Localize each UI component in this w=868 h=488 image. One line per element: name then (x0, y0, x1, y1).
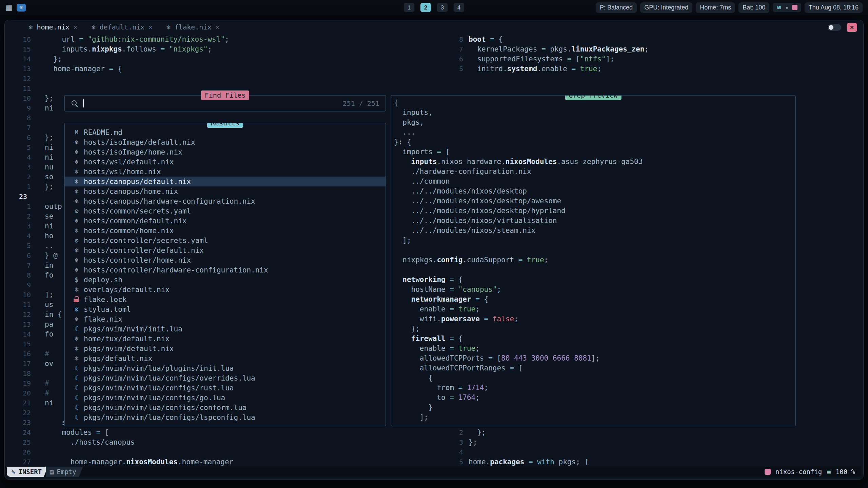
result-row[interactable]: ☾pkgs/nvim/nvim/lua/plugins/init.lua (65, 363, 386, 373)
mode-segment: ✎ INSERT (7, 467, 48, 477)
topbar-left-group: ▦ ❄ (5, 4, 26, 12)
result-row[interactable]: ☾pkgs/nvim/nvim/lua/configs/overrides.lu… (65, 373, 386, 383)
result-row[interactable]: ❄flake.nix (65, 314, 386, 324)
app-launcher-icon[interactable]: ▦ (5, 4, 13, 11)
nix-file-icon: ❄ (72, 316, 81, 322)
result-row[interactable]: ⚙stylua.toml (65, 304, 386, 314)
clock[interactable]: Thu Aug 08, 18:16 (805, 2, 863, 13)
code-line: 12 (5, 74, 439, 83)
result-row[interactable]: $deploy.sh (65, 275, 386, 285)
result-row[interactable]: ⚙hosts/controller/secrets.yaml (65, 236, 386, 245)
result-row[interactable]: ❄hosts/canopus/home.nix (65, 186, 386, 196)
line-number: 27 (5, 458, 31, 466)
result-row[interactable]: ❄home/tux/default.nix (65, 334, 386, 344)
code-text: } (394, 403, 433, 411)
result-row[interactable]: ❄pkgs/default.nix (65, 353, 386, 363)
line-number: 13 (5, 320, 31, 328)
result-row[interactable]: ❄hosts/canopus/hardware-configuration.ni… (65, 196, 386, 206)
code-text: ov (31, 360, 53, 368)
result-row[interactable]: ☾pkgs/nvim/nvim/lua/configs/conform.lua (65, 403, 386, 412)
result-row[interactable]: ❄hosts/wsl/default.nix (65, 157, 386, 167)
code-text: }; (463, 438, 477, 446)
result-row[interactable]: ❄overlays/default.nix (65, 285, 386, 294)
line-number: 2 (5, 212, 31, 220)
line-number: 1 (5, 183, 31, 191)
nix-file-icon: ❄ (72, 336, 81, 342)
result-row[interactable]: ❄hosts/wsl/home.nix (65, 167, 386, 177)
code-text: ... (394, 128, 415, 136)
lua-file-icon: ☾ (72, 326, 81, 332)
workspace-button-3[interactable]: 3 (437, 3, 448, 12)
screenshot-icon[interactable] (792, 5, 797, 10)
nix-file-icon: ❄ (72, 267, 81, 273)
status-chip[interactable]: Home: 7ms (696, 2, 735, 13)
tab-flake.nix[interactable]: ❄flake.nix× (160, 20, 226, 34)
repo-icon (765, 469, 771, 475)
result-row[interactable]: ❄hosts/isoImage/home.nix (65, 147, 386, 157)
workspace-button-4[interactable]: 4 (454, 3, 464, 12)
lua-file-icon: ☾ (72, 385, 81, 391)
result-row[interactable]: ❄hosts/controller/hardware-configuration… (65, 265, 386, 275)
notification-dot-icon[interactable]: ● (785, 5, 788, 10)
nix-file-icon: ❄ (29, 23, 33, 31)
line-number: 23 (5, 192, 31, 201)
result-row[interactable]: ❄hosts/common/home.nix (65, 226, 386, 236)
result-label: hosts/common/default.nix (84, 217, 186, 225)
result-label: hosts/common/home.nix (84, 227, 174, 235)
code-text: home-manager = { (31, 65, 122, 73)
code-text: outp (31, 202, 62, 210)
nix-file-icon: ❄ (72, 286, 81, 293)
result-count: 251 / 251 (343, 99, 379, 107)
code-line: ../../modules/nixos/desktop/hyprland (394, 206, 795, 216)
status-chip[interactable]: Bat: 100 (738, 2, 769, 13)
status-chip[interactable]: P: Balanced (596, 2, 637, 13)
result-row[interactable]: ❄hosts/canopus/default.nix (65, 177, 386, 186)
file-segment: ▤ Empty (46, 467, 83, 477)
lua-file-icon: ☾ (72, 414, 81, 421)
nix-file-icon: ❄ (72, 257, 81, 263)
result-row[interactable]: flake.lock (65, 294, 386, 304)
result-row[interactable]: ☾pkgs/nvim/nvim/lua/configs/go.lua (65, 393, 386, 403)
result-row[interactable]: ☾pkgs/nvim/nvim/lua/configs/rust.lua (65, 383, 386, 393)
result-row[interactable]: ❄hosts/isoImage/default.nix (65, 137, 386, 147)
toml-file-icon: ⚙ (72, 306, 81, 312)
nixos-logo-icon[interactable]: ❄ (17, 4, 26, 12)
result-row[interactable]: ☾pkgs/nvim/nvim/init.lua (65, 324, 386, 334)
tab-close-icon[interactable]: × (149, 23, 152, 31)
code-text: }; (31, 134, 53, 142)
workspace-button-2[interactable]: 2 (420, 3, 431, 12)
code-text: enable = true; (394, 344, 480, 352)
code-text: so (31, 173, 53, 181)
result-row[interactable]: MREADME.md (65, 127, 386, 137)
code-line: 15 inputs.nixpkgs.follows = "nixpkgs"; (5, 44, 439, 54)
window-close-button[interactable]: × (847, 23, 857, 32)
result-row[interactable]: ☾pkgs/nvim/nvim/lua/configs/lspconfig.lu… (65, 412, 386, 422)
line-number: 3 (439, 438, 463, 446)
line-number: 18 (5, 369, 31, 378)
result-row[interactable]: ❄hosts/controller/default.nix (65, 245, 386, 255)
theme-toggle[interactable] (828, 24, 841, 31)
code-text: pa (31, 320, 53, 328)
wifi-icon[interactable]: ≋ (776, 4, 782, 11)
tab-home.nix[interactable]: ❄home.nix× (22, 20, 84, 34)
code-text: wifi.powersave = false; (394, 315, 518, 323)
result-row[interactable]: ❄hosts/common/default.nix (65, 216, 386, 226)
result-label: hosts/controller/secrets.yaml (84, 237, 208, 245)
result-label: hosts/wsl/default.nix (84, 158, 174, 166)
code-line: 13 home-manager = { (5, 64, 439, 74)
status-chip[interactable]: GPU: Integrated (640, 2, 692, 13)
result-row[interactable]: ❄hosts/controller/home.nix (65, 255, 386, 265)
code-line: 5 initrd.systemd.enable = true; (439, 64, 863, 74)
code-line: }; (394, 324, 795, 333)
yaml-file-icon: ⚙ (72, 237, 81, 244)
line-number: 16 (5, 35, 31, 43)
tab-close-icon[interactable]: × (215, 23, 219, 31)
tab-close-icon[interactable]: × (74, 23, 77, 31)
code-text: ../../modules/nixos/desktop/awesome (394, 197, 561, 205)
result-row[interactable]: ❄pkgs/nvim/default.nix (65, 344, 386, 353)
result-row[interactable]: ⚙hosts/common/secrets.yaml (65, 206, 386, 216)
workspace-button-1[interactable]: 1 (404, 3, 414, 12)
code-line: }: { (394, 137, 795, 147)
tab-default.nix[interactable]: ❄default.nix× (84, 20, 159, 34)
line-number: 6 (5, 251, 31, 260)
